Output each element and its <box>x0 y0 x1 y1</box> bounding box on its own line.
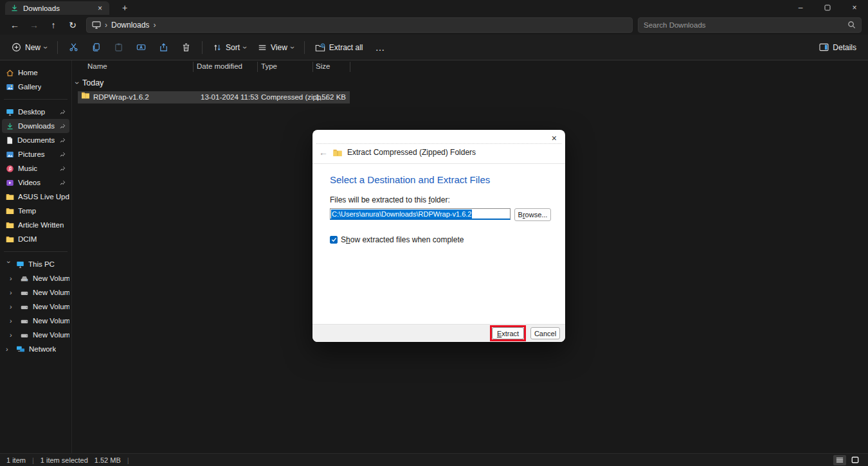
column-divider[interactable] <box>193 62 194 72</box>
tab-close-icon[interactable]: × <box>96 4 104 13</box>
details-view-toggle[interactable] <box>833 455 846 465</box>
pin-icon <box>60 109 66 115</box>
dialog-focus-dots <box>316 143 561 144</box>
sidebar-item-drive-e[interactable]: › New Volume (E:) <box>2 300 69 314</box>
show-files-checkbox[interactable] <box>330 236 338 244</box>
sidebar-item-drive-c[interactable]: › New Volume (C:) <box>2 271 69 285</box>
view-button[interactable]: View › <box>253 39 299 56</box>
sidebar-item-gallery[interactable]: Gallery <box>2 80 69 94</box>
copy-button[interactable] <box>86 39 107 56</box>
sidebar-item-music[interactable]: Music <box>2 161 69 175</box>
sidebar-item-label: New Volume (D:) <box>33 289 69 296</box>
cancel-button[interactable]: Cancel <box>530 327 560 339</box>
chevron-right-icon[interactable]: › <box>10 274 16 282</box>
search-box <box>638 17 862 33</box>
more-options-button[interactable]: … <box>370 38 392 57</box>
new-button[interactable]: New › <box>6 39 52 56</box>
sidebar-item-label: New Volume (C:) <box>33 274 69 282</box>
delete-button[interactable] <box>176 39 197 56</box>
address-bar[interactable]: › Downloads › <box>86 17 633 33</box>
sidebar-item-label: ASUS Live Update <box>18 193 69 201</box>
chevron-down-icon: › <box>41 46 50 49</box>
drive-icon <box>20 303 29 310</box>
sidebar-separator <box>4 99 68 100</box>
sort-icon <box>213 43 222 52</box>
new-tab-button[interactable]: + <box>118 3 131 13</box>
tab-title: Downloads <box>23 4 91 12</box>
chevron-right-icon[interactable]: › <box>10 331 16 339</box>
browse-button[interactable]: Browse... <box>514 208 551 221</box>
folder-icon <box>6 207 14 215</box>
sidebar-item-label: Network <box>29 345 56 353</box>
sidebar-item-this-pc[interactable]: › This PC <box>2 257 69 271</box>
more-icon: … <box>375 42 386 53</box>
dialog-body: Select a Destination and Extract Files F… <box>312 174 565 244</box>
chevron-down-icon[interactable]: › <box>5 261 13 267</box>
sidebar-item-label: Desktop <box>18 108 45 116</box>
column-header-size[interactable]: Size <box>316 62 330 70</box>
sidebar-item-pictures[interactable]: Pictures <box>2 147 69 161</box>
sidebar-item-drive-d[interactable]: › New Volume (D:) <box>2 285 69 300</box>
dialog-header: ← Extract Compressed (Zipped) Folders <box>312 130 565 164</box>
folder-icon <box>6 221 14 229</box>
sidebar-item-desktop[interactable]: Desktop <box>2 105 69 119</box>
sidebar-item-home[interactable]: Home <box>2 66 69 80</box>
rename-button[interactable] <box>131 39 152 56</box>
network-icon <box>16 345 25 353</box>
column-divider[interactable] <box>312 62 313 72</box>
toolbar-separator <box>202 41 203 54</box>
share-button[interactable] <box>153 39 174 56</box>
file-row-rdpwrap[interactable]: RDPWrap-v1.6.2 13-01-2024 11:53 Compress… <box>78 91 350 103</box>
maximize-button[interactable] <box>814 0 841 15</box>
group-header-today[interactable]: › Today <box>76 78 868 87</box>
sidebar-item-drive-g[interactable]: › New Volume (G:) <box>2 328 69 342</box>
tab-downloads[interactable]: Downloads × <box>5 1 109 15</box>
breadcrumb-downloads[interactable]: Downloads <box>111 21 149 30</box>
extract-button[interactable]: Extract <box>492 327 524 339</box>
column-header-date-modified[interactable]: Date modified <box>197 62 242 70</box>
up-button[interactable]: ↑ <box>45 17 62 33</box>
sidebar-item-label: Downloads <box>18 122 55 130</box>
sidebar-item-drive-f[interactable]: › New Volume (F:) <box>2 314 69 328</box>
column-divider[interactable] <box>350 62 350 72</box>
column-header-name[interactable]: Name <box>87 62 107 70</box>
sidebar-item-dcim[interactable]: DCIM <box>2 232 69 246</box>
refresh-button[interactable]: ↻ <box>64 17 81 33</box>
extract-all-button[interactable]: Extract all <box>310 39 368 56</box>
file-name: RDPWrap-v1.6.2 <box>93 91 149 103</box>
search-input[interactable] <box>644 21 847 29</box>
chevron-right-icon[interactable]: › <box>10 317 16 325</box>
chevron-right-icon[interactable]: › <box>6 345 12 353</box>
chevron-right-icon[interactable]: › <box>10 289 16 296</box>
show-files-label[interactable]: Show extracted files when complete <box>341 235 464 244</box>
new-button-label: New <box>25 43 41 52</box>
sidebar-item-label: Home <box>18 69 38 76</box>
sidebar-item-downloads[interactable]: Downloads <box>2 119 69 133</box>
selection-size: 1.52 MB <box>95 456 121 464</box>
sidebar-item-temp[interactable]: Temp <box>2 204 69 218</box>
close-button[interactable]: × <box>841 0 868 15</box>
back-button[interactable]: ← <box>6 17 23 33</box>
column-header-type[interactable]: Type <box>261 62 277 70</box>
sort-button[interactable]: Sort › <box>208 39 251 56</box>
music-icon <box>6 165 14 173</box>
chevron-right-icon[interactable]: › <box>10 303 16 310</box>
chevron-down-icon[interactable]: › <box>73 82 82 84</box>
sidebar-item-network[interactable]: › Network <box>2 342 69 356</box>
dialog-close-button[interactable]: × <box>552 133 557 143</box>
column-divider[interactable] <box>257 62 258 72</box>
sidebar-item-label: Documents <box>17 136 55 144</box>
sidebar-item-asus-live-update[interactable]: ASUS Live Update <box>2 190 69 204</box>
drive-icon <box>20 289 29 296</box>
minimize-button[interactable]: – <box>787 0 814 15</box>
destination-path-input[interactable]: C:\Users\anura\Downloads\RDPWrap-v1.6.2 <box>330 208 511 220</box>
thumbnail-view-toggle[interactable] <box>849 455 862 465</box>
desktop-icon <box>6 108 14 116</box>
sidebar-item-article-written[interactable]: Article Written <box>2 218 69 232</box>
cut-button[interactable] <box>63 39 84 56</box>
details-pane-button[interactable]: Details <box>814 39 862 56</box>
sidebar-item-videos[interactable]: Videos <box>2 175 69 190</box>
extract-all-icon <box>315 43 325 52</box>
sidebar-item-label: Temp <box>18 207 36 215</box>
sidebar-item-documents[interactable]: Documents <box>2 133 69 147</box>
